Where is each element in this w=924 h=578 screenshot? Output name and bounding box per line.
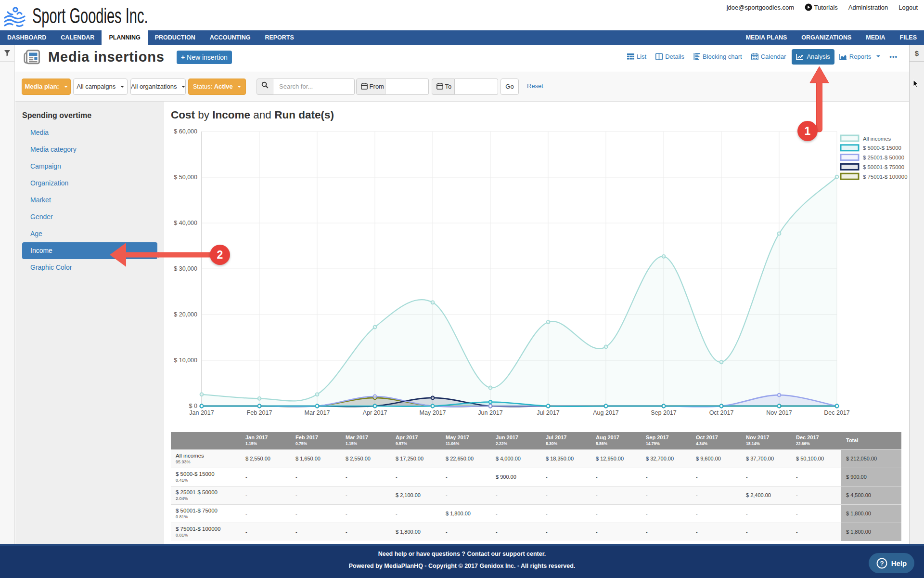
svg-text:$ 40,000: $ 40,000 xyxy=(174,220,197,226)
svg-text:$ 0: $ 0 xyxy=(189,403,197,409)
svg-text:$ 10,000: $ 10,000 xyxy=(174,357,197,364)
svg-text:Jan 2017: Jan 2017 xyxy=(189,409,214,416)
svg-text:$ 60,000: $ 60,000 xyxy=(174,128,197,135)
svg-text:Oct 2017: Oct 2017 xyxy=(709,409,734,416)
svg-text:Dec 2017: Dec 2017 xyxy=(824,409,850,416)
svg-text:$ 20,000: $ 20,000 xyxy=(174,311,197,318)
svg-text:?: ? xyxy=(880,560,884,567)
svg-text:Nov 2017: Nov 2017 xyxy=(766,409,792,416)
svg-text:$ 75001-$ 100000: $ 75001-$ 100000 xyxy=(863,174,907,180)
svg-text:$ 50001-$ 75000: $ 50001-$ 75000 xyxy=(863,164,904,170)
svg-text:$ 50,000: $ 50,000 xyxy=(174,174,197,181)
svg-text:Feb 2017: Feb 2017 xyxy=(247,409,272,416)
svg-text:May 2017: May 2017 xyxy=(420,409,446,416)
svg-text:$ 25001-$ 50000: $ 25001-$ 50000 xyxy=(863,155,904,160)
svg-text:Aug 2017: Aug 2017 xyxy=(593,409,619,416)
svg-text:Sep 2017: Sep 2017 xyxy=(651,409,677,416)
svg-text:Jul 2017: Jul 2017 xyxy=(537,409,559,416)
svg-text:All incomes: All incomes xyxy=(863,136,891,142)
svg-text:Jun 2017: Jun 2017 xyxy=(478,409,502,416)
svg-text:Mar 2017: Mar 2017 xyxy=(305,409,330,416)
svg-text:Apr 2017: Apr 2017 xyxy=(363,409,387,416)
svg-text:$ 5000-$ 15000: $ 5000-$ 15000 xyxy=(863,145,901,151)
